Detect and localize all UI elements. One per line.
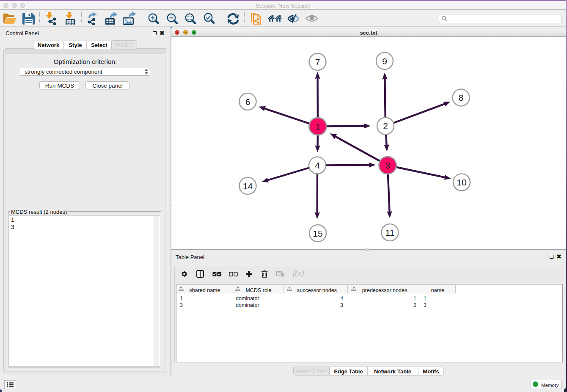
- svg-text:11: 11: [385, 227, 394, 237]
- svg-text:3: 3: [385, 160, 390, 170]
- svg-text:14: 14: [242, 181, 253, 190]
- svg-text:8: 8: [458, 93, 463, 102]
- svg-text:1: 1: [315, 121, 320, 131]
- svg-text:4: 4: [315, 160, 320, 170]
- svg-text:6: 6: [245, 97, 250, 106]
- svg-text:7: 7: [315, 57, 320, 66]
- svg-text:10: 10: [457, 177, 466, 187]
- svg-text:15: 15: [313, 228, 322, 238]
- svg-text:2: 2: [383, 121, 388, 131]
- svg-text:9: 9: [382, 56, 387, 66]
